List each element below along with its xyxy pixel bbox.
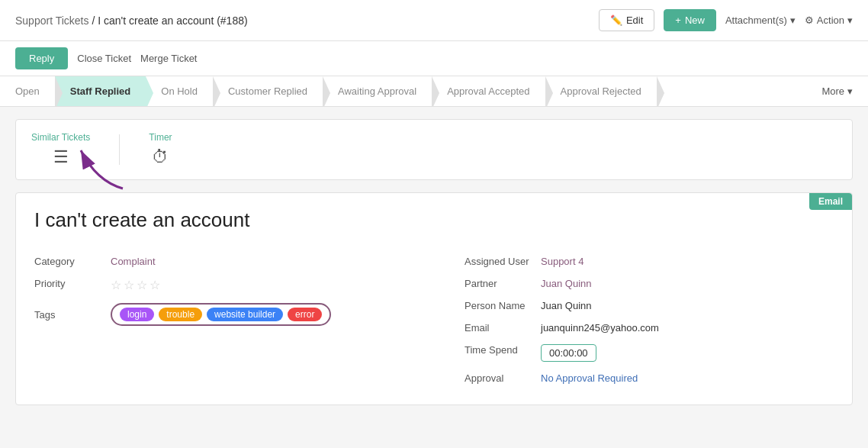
status-on-hold[interactable]: On Hold <box>146 76 213 106</box>
top-bar-right: ✏️ Edit + New Attachment(s) ▾ ⚙ Action ▾ <box>599 9 853 31</box>
time-spend-value[interactable]: 00:00:00 <box>541 344 596 362</box>
star-3[interactable]: ☆ <box>137 278 147 292</box>
tag-error[interactable]: error <box>288 308 322 321</box>
ticket-card: Email I can't create an account Category… <box>15 192 853 405</box>
email-row: Email juanquinn245@yahoo.com <box>465 317 834 339</box>
gear-icon: ⚙ <box>805 15 814 26</box>
tag-login[interactable]: login <box>120 308 154 321</box>
time-spend-row: Time Spend 00:00:00 <box>465 339 834 367</box>
approval-value[interactable]: No Approval Required <box>541 372 638 384</box>
close-ticket-button[interactable]: Close Ticket <box>77 53 131 64</box>
priority-stars[interactable]: ☆ ☆ ☆ ☆ <box>111 278 160 292</box>
merge-ticket-button[interactable]: Merge Ticket <box>140 53 197 64</box>
status-staff-replied[interactable]: Staff Replied <box>55 76 146 106</box>
chevron-down-icon-action: ▾ <box>847 15 853 26</box>
breadcrumb-parent[interactable]: Support Tickets <box>15 15 89 27</box>
category-value[interactable]: Complaint <box>111 256 156 267</box>
tab-divider <box>119 134 120 165</box>
person-name-value: Juan Quinn <box>541 300 592 311</box>
status-awaiting-approval[interactable]: Awaiting Approval <box>323 76 432 106</box>
new-button[interactable]: + New <box>664 9 716 31</box>
assigned-user-row: Assigned User Support 4 <box>465 250 834 272</box>
status-customer-replied[interactable]: Customer Replied <box>213 76 323 106</box>
star-2[interactable]: ☆ <box>124 278 134 292</box>
details-grid: Category Complaint Priority ☆ ☆ ☆ ☆ Tags <box>34 250 834 389</box>
tag-trouble[interactable]: trouble <box>159 308 202 321</box>
email-badge[interactable]: Email <box>809 193 852 210</box>
clock-icon: ⏱ <box>152 147 169 167</box>
top-bar: Support Tickets / I can't create an acco… <box>0 0 868 41</box>
person-name-row: Person Name Juan Quinn <box>465 295 834 317</box>
action-bar: Reply Close Ticket Merge Ticket <box>0 41 868 76</box>
right-col: Assigned User Support 4 Partner Juan Qui… <box>434 250 834 389</box>
status-approval-accepted[interactable]: Approval Accepted <box>432 76 545 106</box>
priority-row: Priority ☆ ☆ ☆ ☆ <box>34 272 434 298</box>
category-row: Category Complaint <box>34 250 434 272</box>
email-value: juanquinn245@yahoo.com <box>541 322 659 334</box>
partner-row: Partner Juan Quinn <box>465 272 834 295</box>
status-bar: Open Staff Replied On Hold Customer Repl… <box>0 76 868 107</box>
chevron-down-icon: ▾ <box>790 15 796 26</box>
tab-timer[interactable]: Timer ⏱ <box>149 132 172 167</box>
edit-icon: ✏️ <box>610 15 622 26</box>
breadcrumb-current: I can't create an account (#188) <box>98 15 247 27</box>
action-button[interactable]: ⚙ Action ▾ <box>805 15 853 26</box>
breadcrumb-separator: / <box>92 15 98 27</box>
tag-website-builder[interactable]: website builder <box>207 308 283 321</box>
star-4[interactable]: ☆ <box>149 278 160 292</box>
chevron-down-icon-more: ▾ <box>847 85 853 97</box>
main-content: Similar Tickets ☰ Timer ⏱ Email I can't … <box>0 107 868 417</box>
left-col: Category Complaint Priority ☆ ☆ ☆ ☆ Tags <box>34 250 434 389</box>
approval-row: Approval No Approval Required <box>465 367 834 389</box>
breadcrumb: Support Tickets / I can't create an acco… <box>15 15 248 27</box>
star-1[interactable]: ☆ <box>111 278 121 292</box>
tags-row: Tags login trouble website builder error <box>34 298 434 331</box>
status-more[interactable]: More ▾ <box>806 76 868 106</box>
edit-button[interactable]: ✏️ Edit <box>599 9 654 31</box>
ticket-title: I can't create an account <box>34 208 834 232</box>
reply-button[interactable]: Reply <box>15 47 68 69</box>
status-approval-rejected[interactable]: Approval Rejected <box>545 76 657 106</box>
attachments-button[interactable]: Attachment(s) ▾ <box>725 15 796 26</box>
status-open[interactable]: Open <box>0 76 55 106</box>
tab-similar-tickets[interactable]: Similar Tickets ☰ <box>31 132 90 167</box>
assigned-user-value[interactable]: Support 4 <box>541 256 583 267</box>
tags-container[interactable]: login trouble website builder error <box>111 303 331 326</box>
tabs-card: Similar Tickets ☰ Timer ⏱ <box>15 119 853 180</box>
tabs-row: Similar Tickets ☰ Timer ⏱ <box>31 132 837 167</box>
list-icon: ☰ <box>53 147 69 167</box>
partner-value[interactable]: Juan Quinn <box>541 278 592 289</box>
plus-icon: + <box>675 15 681 26</box>
